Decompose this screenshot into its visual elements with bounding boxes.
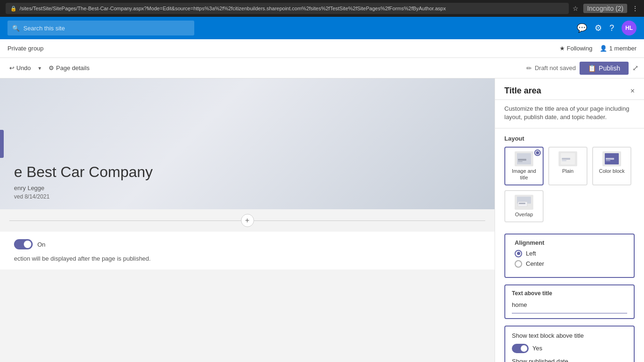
search-input[interactable] bbox=[23, 25, 190, 32]
layout-icon-plain bbox=[559, 151, 577, 166]
url-bar[interactable]: 🔒 /sites/TestSite/SitePages/The-Best-Car… bbox=[6, 3, 569, 14]
svg-rect-5 bbox=[562, 160, 566, 161]
layout-card-label-color-block: Color block bbox=[599, 168, 624, 174]
url-icon: 🔒 bbox=[10, 6, 17, 12]
browser-bar: 🔒 /sites/TestSite/SitePages/The-Best-Car… bbox=[0, 0, 644, 17]
layout-card-color-block[interactable]: Color block bbox=[592, 147, 631, 185]
alignment-center-radio[interactable] bbox=[515, 260, 522, 268]
show-text-block-toggle-row: Yes bbox=[512, 344, 627, 353]
svg-rect-1 bbox=[518, 159, 526, 161]
toolbar: ↩ Undo ▾ ⚙ Page details ✏ Draft not save… bbox=[0, 58, 644, 78]
svg-rect-8 bbox=[606, 160, 610, 161]
following-label: Following bbox=[567, 45, 593, 52]
svg-rect-4 bbox=[562, 158, 570, 160]
section-notice: ection will be displayed after the page … bbox=[14, 255, 481, 262]
text-above-title-section: Text above title bbox=[504, 284, 635, 319]
layout-card-label-plain: Plain bbox=[562, 168, 573, 174]
input-underline bbox=[512, 313, 627, 313]
text-above-title-label: Text above title bbox=[512, 290, 627, 297]
browser-icons: ☆ Incognito (2) ⋮ bbox=[573, 4, 638, 13]
panel-title: Title area bbox=[504, 86, 541, 96]
toggle-options-section: Show text block above title Yes Show pub… bbox=[504, 326, 635, 362]
settings-icon[interactable]: ⚙ bbox=[594, 23, 602, 33]
panel-description: Customize the title area of your page in… bbox=[495, 100, 644, 128]
panel-header: Title area × bbox=[495, 78, 644, 100]
chevron-down-icon[interactable]: ▾ bbox=[38, 65, 41, 71]
layout-icon-image-title bbox=[515, 151, 533, 166]
person-icon: 👤 bbox=[600, 45, 607, 52]
section-divider-left bbox=[9, 220, 241, 221]
layout-card-plain[interactable]: Plain bbox=[548, 147, 587, 185]
right-panel: Title area × Customize the title area of… bbox=[495, 78, 644, 362]
alignment-left-row[interactable]: Left bbox=[515, 250, 624, 257]
svg-rect-2 bbox=[518, 161, 523, 162]
section-toggle[interactable] bbox=[14, 239, 33, 249]
undo-icon: ↩ bbox=[9, 64, 14, 71]
layout-card-image-title[interactable]: Image and title bbox=[504, 147, 544, 185]
incognito-badge: Incognito (2) bbox=[583, 4, 627, 13]
nav-icons: 💬 ⚙ ? HL bbox=[577, 21, 637, 35]
chat-icon[interactable]: 💬 bbox=[577, 23, 587, 33]
page-date: ved 8/14/2021 bbox=[14, 193, 481, 200]
alignment-section: Alignment Left Center bbox=[504, 234, 635, 278]
publish-icon: 📋 bbox=[588, 64, 596, 72]
page-content: e Best Car Company enry Legge ved 8/14/2… bbox=[0, 78, 495, 362]
panel-close-button[interactable]: × bbox=[630, 87, 635, 95]
add-section-row: + bbox=[0, 209, 495, 232]
toggle-row: On bbox=[14, 239, 481, 249]
show-text-block-row: Show text block above title bbox=[512, 332, 627, 339]
page-author: enry Legge bbox=[14, 185, 481, 192]
private-group-label: Private group bbox=[7, 45, 43, 52]
help-icon[interactable]: ? bbox=[609, 23, 614, 33]
avatar[interactable]: HL bbox=[622, 21, 637, 35]
layout-radio-image-title bbox=[534, 149, 541, 156]
layout-icon-overlap bbox=[515, 195, 533, 210]
section-divider-right bbox=[254, 220, 486, 221]
alignment-left-radio[interactable] bbox=[515, 250, 522, 257]
page-details-label: Page details bbox=[56, 64, 90, 71]
site-header: Private group ★ Following 👤 1 member bbox=[0, 39, 644, 58]
draft-text: Draft not saved bbox=[535, 64, 576, 71]
alignment-center-label: Center bbox=[526, 260, 544, 267]
hero-area: e Best Car Company enry Legge ved 8/14/2… bbox=[0, 78, 495, 209]
following-button[interactable]: ★ Following bbox=[559, 45, 593, 52]
members-label: 1 member bbox=[609, 45, 637, 52]
undo-label: Undo bbox=[16, 64, 31, 71]
svg-rect-11 bbox=[519, 203, 525, 204]
show-text-block-toggle[interactable] bbox=[512, 344, 529, 353]
toggle-label: On bbox=[37, 241, 45, 248]
star-icon: ★ bbox=[559, 45, 565, 52]
publish-label: Publish bbox=[599, 64, 620, 72]
undo-button[interactable]: ↩ Undo bbox=[6, 63, 35, 73]
page-title: e Best Car Company bbox=[14, 163, 481, 181]
show-published-date-label-row: Show published date bbox=[512, 358, 627, 362]
pencil-icon: ✏ bbox=[526, 64, 532, 72]
expand-icon[interactable]: ⤢ bbox=[632, 64, 638, 72]
publish-button[interactable]: 📋 Publish bbox=[580, 62, 629, 75]
layout-card-label-image-title: Image and title bbox=[509, 168, 539, 180]
draft-status: ✏ Draft not saved bbox=[526, 64, 576, 72]
url-text: /sites/TestSite/SitePages/The-Best-Car-C… bbox=[20, 6, 446, 11]
text-above-title-input[interactable] bbox=[512, 299, 627, 310]
layout-card-label-overlap: Overlap bbox=[515, 212, 533, 218]
layout-card-overlap[interactable]: Overlap bbox=[504, 190, 544, 222]
more-icon[interactable]: ⋮ bbox=[632, 5, 638, 12]
layout-cards: Image and title Plain bbox=[504, 147, 635, 222]
star-icon[interactable]: ☆ bbox=[573, 5, 579, 12]
show-published-date-label: Show published date bbox=[512, 358, 568, 362]
layout-icon-color-block bbox=[602, 151, 621, 166]
add-section-button[interactable]: + bbox=[241, 214, 254, 227]
show-text-block-toggle-label: Yes bbox=[532, 345, 542, 352]
section-content: On ection will be displayed after the pa… bbox=[0, 232, 495, 270]
alignment-label: Alignment bbox=[515, 234, 624, 250]
page-details-button[interactable]: ⚙ Page details bbox=[45, 63, 93, 73]
gear-icon: ⚙ bbox=[49, 64, 54, 71]
alignment-left-label: Left bbox=[526, 250, 536, 257]
search-icon: 🔍 bbox=[12, 25, 20, 32]
search-box[interactable]: 🔍 bbox=[7, 21, 194, 35]
show-text-block-label: Show text block above title bbox=[512, 332, 627, 339]
svg-rect-7 bbox=[606, 158, 614, 160]
member-info: 👤 1 member bbox=[600, 45, 637, 52]
site-header-right: ★ Following 👤 1 member bbox=[559, 45, 637, 52]
alignment-center-row[interactable]: Center bbox=[515, 260, 624, 268]
